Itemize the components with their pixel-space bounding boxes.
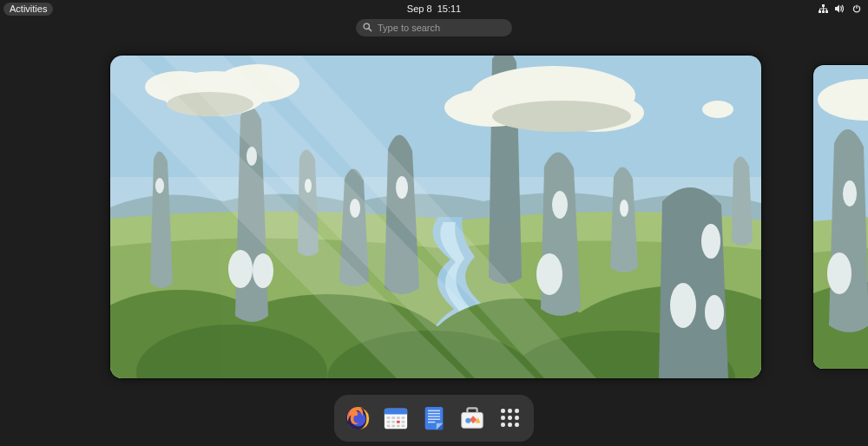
svg-point-7 bbox=[364, 23, 369, 29]
svg-point-75 bbox=[465, 418, 470, 423]
svg-rect-0 bbox=[822, 4, 825, 7]
svg-rect-1 bbox=[819, 10, 821, 13]
volume-icon bbox=[835, 4, 845, 13]
svg-rect-58 bbox=[402, 416, 405, 419]
svg-rect-69 bbox=[428, 413, 440, 415]
svg-rect-59 bbox=[387, 421, 391, 423]
svg-point-26 bbox=[552, 191, 568, 219]
svg-rect-56 bbox=[391, 416, 395, 419]
svg-rect-60 bbox=[391, 421, 395, 423]
dock-app-software[interactable] bbox=[459, 405, 485, 431]
software-icon bbox=[459, 405, 485, 431]
svg-rect-68 bbox=[428, 410, 440, 412]
workspace-switcher bbox=[0, 56, 868, 378]
svg-point-28 bbox=[620, 200, 628, 217]
search-input[interactable] bbox=[378, 23, 505, 33]
svg-point-29 bbox=[701, 224, 720, 259]
dock-app-firefox[interactable] bbox=[345, 405, 371, 431]
svg-line-8 bbox=[369, 29, 372, 31]
activities-button[interactable]: Activities bbox=[3, 3, 53, 16]
files-icon bbox=[421, 405, 447, 431]
svg-point-48 bbox=[827, 253, 852, 294]
workspace-next[interactable] bbox=[813, 65, 868, 369]
clock-time: 15:11 bbox=[437, 3, 462, 14]
activities-label: Activities bbox=[10, 3, 47, 14]
network-icon bbox=[819, 4, 828, 13]
svg-rect-57 bbox=[397, 416, 400, 419]
svg-rect-61 bbox=[402, 421, 405, 423]
svg-point-18 bbox=[155, 178, 164, 193]
svg-rect-71 bbox=[428, 418, 440, 420]
svg-point-38 bbox=[702, 101, 733, 118]
dash bbox=[334, 395, 534, 442]
firefox-icon bbox=[345, 405, 371, 431]
svg-rect-66 bbox=[397, 421, 400, 423]
clock-button[interactable]: Sep 8 15:11 bbox=[407, 3, 461, 14]
svg-point-40 bbox=[492, 101, 631, 132]
svg-rect-70 bbox=[428, 416, 440, 417]
svg-rect-2 bbox=[822, 10, 825, 13]
svg-point-31 bbox=[705, 295, 724, 330]
svg-point-30 bbox=[670, 283, 696, 328]
power-icon bbox=[852, 4, 861, 13]
svg-point-27 bbox=[536, 253, 562, 295]
wallpaper-image bbox=[813, 65, 868, 369]
svg-rect-62 bbox=[387, 425, 391, 428]
search-icon bbox=[363, 23, 372, 34]
svg-rect-3 bbox=[825, 10, 828, 13]
svg-point-20 bbox=[228, 250, 253, 288]
wallpaper-image bbox=[110, 56, 761, 378]
svg-rect-55 bbox=[387, 416, 391, 419]
dock-app-files[interactable] bbox=[421, 405, 447, 431]
show-applications-button[interactable] bbox=[497, 405, 523, 431]
apps-grid-icon bbox=[501, 409, 520, 428]
dock-app-calendar[interactable] bbox=[383, 405, 409, 431]
svg-rect-64 bbox=[397, 425, 400, 428]
svg-point-47 bbox=[843, 180, 857, 207]
svg-rect-54 bbox=[385, 412, 407, 414]
calendar-icon bbox=[383, 405, 409, 431]
clock-date: Sep 8 bbox=[407, 3, 432, 14]
overview-search[interactable] bbox=[356, 19, 512, 36]
svg-rect-72 bbox=[428, 422, 435, 423]
workspace-current[interactable] bbox=[110, 56, 761, 378]
svg-rect-63 bbox=[391, 425, 395, 428]
top-bar: Activities Sep 8 15:11 bbox=[0, 0, 868, 17]
svg-rect-65 bbox=[402, 425, 405, 428]
svg-point-21 bbox=[253, 253, 273, 288]
system-status-area[interactable] bbox=[819, 4, 865, 13]
